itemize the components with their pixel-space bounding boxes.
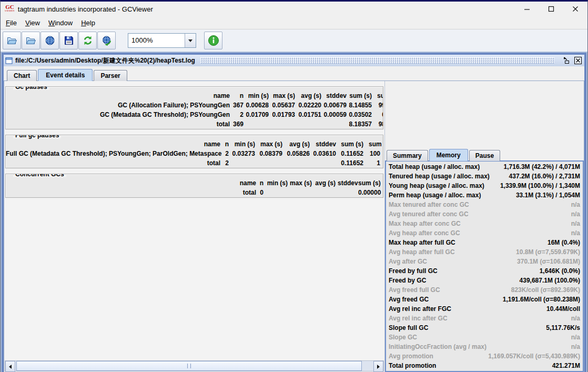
table-row[interactable]: total 2 0.11652 1 (6, 158, 383, 168)
tab-summary[interactable]: Summary (387, 150, 428, 161)
cell-min: 0.01709 (246, 110, 271, 119)
scrollbar-track[interactable] (15, 361, 373, 371)
zoom-dropdown-button[interactable] (185, 34, 196, 47)
maximize-button[interactable] (539, 2, 563, 16)
cell-stddev: stddev (338, 178, 358, 188)
zoom-combobox[interactable]: 1000% (128, 33, 196, 48)
stat-row: InitiatingOccFraction (avg / max) n/a (386, 342, 583, 351)
watch-button[interactable] (97, 32, 116, 49)
arrow-right-icon (377, 365, 380, 369)
stat-row: Avg heap after full GC 10.8M (σ=7,559.67… (386, 247, 583, 257)
table-row[interactable]: name n min (s) max (s) avg (s) stddev su… (6, 178, 383, 188)
cell-avg (314, 188, 338, 197)
stat-value: 33.1M (3.1%) / 1,054M (516, 190, 580, 200)
refresh-button[interactable] (78, 32, 97, 49)
open-recent-file-icon (26, 36, 36, 45)
restore-button[interactable] (561, 56, 571, 65)
concurrent-gcs-title: Concurrent GCs (13, 174, 66, 177)
cell-stddev: stddev (323, 91, 349, 100)
stat-row: Freed by full GC 1,646K (0.0%) (386, 266, 583, 276)
cell-avg (297, 119, 323, 129)
open-file-icon (7, 36, 17, 45)
cell-stddev: 0.00679 (323, 100, 349, 110)
stat-label: Total heap (usage / alloc. max) (389, 162, 480, 172)
stat-value: 10.44M/coll (546, 304, 580, 314)
cell-n: n (258, 178, 266, 188)
scroll-right-button[interactable] (373, 361, 383, 372)
memory-stats-panel: Total heap (usage / alloc. max) 1,716.3M… (385, 160, 584, 372)
cell-name: total (6, 158, 222, 168)
cell-min: min (s) (266, 178, 290, 188)
stat-row: Max heap after conc GC n/a (386, 219, 583, 228)
tab-event-details[interactable]: Event details (38, 69, 93, 81)
cell-n: 0 (258, 188, 266, 197)
stat-row: Max heap after full GC 16M (0.4%) (386, 238, 583, 247)
cell-min (231, 158, 257, 168)
open-recent-file-button[interactable] (22, 32, 40, 49)
horizontal-scrollbar[interactable] (5, 360, 384, 371)
table-row[interactable]: total 0 0.00000 (6, 188, 383, 197)
stat-value: 437.2M (16.0%) / 2,731M (509, 172, 580, 181)
table-row[interactable]: GC (Metadata GC Threshold); PSYoungGen 2… (6, 110, 383, 119)
table-row[interactable]: Full GC (Metadata GC Threshold); PSYoung… (6, 149, 383, 158)
window-titlebar[interactable]: GC VIEWER tagtraum industries incorporat… (1, 2, 587, 16)
open-file-button[interactable] (3, 32, 21, 49)
cell-max: 0.05637 (271, 100, 297, 110)
open-url-button[interactable] (40, 32, 59, 49)
cell-n: 2 (232, 110, 246, 119)
desktop-pane: file:/C:/Users/admin/Desktop/新建文件夹%20(2)… (1, 52, 587, 372)
menu-file[interactable]: File (2, 18, 21, 28)
concurrent-gcs-group: Concurrent GCs name n min (s) max (s) av… (5, 174, 383, 198)
menu-help[interactable]: Help (77, 18, 99, 28)
table-row[interactable]: name n min (s) max (s) avg (s) stddev su… (6, 91, 383, 100)
cell-max: max (s) (271, 91, 297, 100)
cell-sum-percent: 99 (374, 100, 383, 110)
about-button[interactable] (204, 32, 222, 49)
cell-n: 2 (222, 149, 231, 158)
cell-sum-percent: 0 (374, 110, 383, 119)
minimize-button[interactable] (515, 2, 539, 16)
stat-row: Total promotion 421.271M (386, 361, 583, 370)
stat-value: 10.8M (σ=7,559.679K) (516, 247, 580, 257)
menu-window[interactable]: Window (44, 18, 77, 28)
frame-close-button[interactable] (573, 56, 583, 65)
scroll-left-button[interactable] (5, 361, 15, 372)
table-row[interactable]: GC (Allocation Failure); PSYoungGen 367 … (6, 100, 383, 110)
cell-stddev: 0.03610 (312, 149, 338, 158)
stat-row: Perm heap (usage / alloc. max) 33.1M (3.… (386, 190, 583, 200)
tab-parser[interactable]: Parser (94, 70, 127, 81)
export-button[interactable] (59, 32, 78, 49)
right-panel-spacer (385, 81, 584, 148)
stat-value: 16M (0.4%) (548, 238, 580, 247)
stat-value: n/a (571, 314, 580, 323)
table-row[interactable]: total 369 8.18357 98 (6, 119, 383, 129)
close-icon (572, 6, 579, 12)
menu-view[interactable]: View (21, 18, 44, 28)
maximize-icon (548, 6, 554, 12)
stat-value: 1,646K (0.0%) (540, 266, 580, 276)
cell-sum-percent: sum (%) (374, 91, 383, 100)
tab-pause[interactable]: Pause (469, 150, 500, 161)
tab-chart[interactable]: Chart (7, 70, 37, 81)
tab-memory[interactable]: Memory (429, 149, 468, 161)
scrollbar-thumb[interactable] (16, 361, 362, 371)
stat-row: Avg freed full GC 823K/coll (σ=892.369K) (386, 285, 583, 295)
window-title: tagtraum industries incorporated - GCVie… (18, 5, 153, 13)
logo-subtext: VIEWER (5, 9, 15, 13)
internal-frame-titlebar[interactable]: file:/C:/Users/admin/Desktop/新建文件夹%20(2)… (4, 55, 584, 66)
stat-value: n/a (571, 219, 580, 228)
stat-label: Freed by GC (389, 276, 426, 285)
stat-row: Slope GC n/a (386, 333, 583, 342)
table-row[interactable]: name n min (s) max (s) avg (s) stddev su… (6, 139, 383, 149)
cell-max (271, 119, 297, 129)
cell-sum-percent: 100 (366, 149, 383, 158)
cell-sum-percent: sum (%) (380, 178, 383, 188)
pause-tables-panel: Gc pauses name n min (s) max (s) avg (s)… (4, 81, 385, 372)
stat-row: Avg heap after conc GC n/a (386, 228, 583, 238)
stat-row: Max tenured after conc GC n/a (386, 200, 583, 209)
stat-label: Avg rel inc after GC (389, 314, 448, 323)
full-gc-pauses-group: Full gc pauses name n min (s) max (s) av… (5, 135, 383, 168)
close-button[interactable] (563, 2, 587, 16)
cell-stddev (338, 188, 358, 197)
stat-label: Slope GC (389, 333, 417, 342)
